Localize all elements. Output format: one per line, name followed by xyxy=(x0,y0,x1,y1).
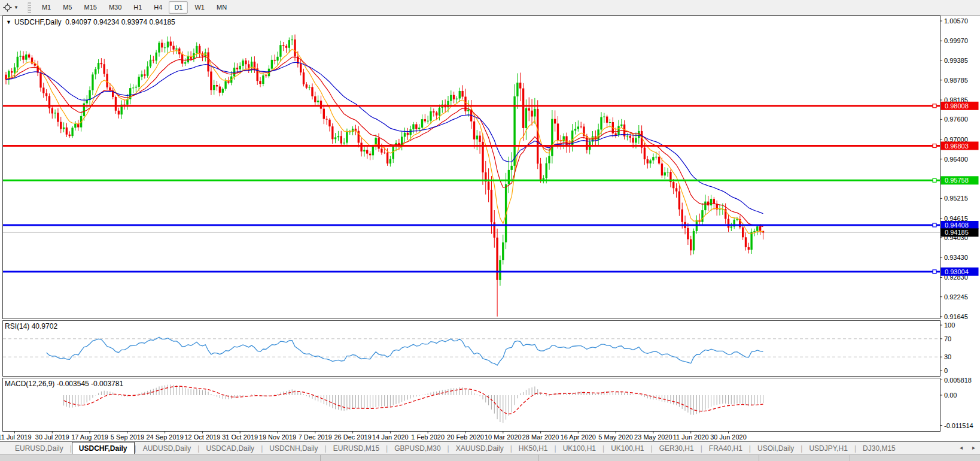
chart-title: ▼USDCHF,Daily 0.94097 0.94234 0.93974 0.… xyxy=(6,18,175,26)
tabs-scroll-right-icon[interactable]: ▸ xyxy=(972,444,975,451)
chart-area: 1.005700.999700.993850.987850.981850.976… xyxy=(0,16,980,441)
date-tick-label: 23 May 2020 xyxy=(634,433,672,441)
date-tick-label: 26 Dec 2019 xyxy=(334,433,371,441)
chart-canvas[interactable]: 1.005700.999700.993850.987850.981850.976… xyxy=(0,16,980,441)
date-tick-label: 11 Jul 2019 xyxy=(0,433,32,441)
price-tick-label: 0.93430 xyxy=(944,254,968,261)
price-tick-label: 0.98785 xyxy=(944,77,968,84)
timeframe-button-m30[interactable]: M30 xyxy=(104,1,127,14)
date-tick-label: 19 Nov 2019 xyxy=(259,433,296,441)
timeframe-button-m5[interactable]: M5 xyxy=(57,1,77,14)
chart-tab-usdchf-daily[interactable]: USDCHF,Daily xyxy=(72,442,135,454)
collapse-triangle-icon[interactable]: ▼ xyxy=(6,19,11,25)
timeframe-button-mn[interactable]: MN xyxy=(211,1,232,14)
rsi-indicator-label: RSI(14) 40.9702 xyxy=(5,322,57,330)
timeframe-button-d1[interactable]: D1 xyxy=(169,1,188,14)
date-tick-label: 5 May 2020 xyxy=(598,433,632,441)
chart-tab-fra40-h1[interactable]: FRA40,H1 xyxy=(702,442,749,454)
rsi-tick-label: 100 xyxy=(944,322,955,329)
timeframe-toolbar: ▼ M1M5M15M30H1H4D1W1MN xyxy=(0,0,980,16)
chart-tab-usoil-daily[interactable]: USOil,Daily xyxy=(751,442,801,454)
chart-tab-uk100-h1[interactable]: UK100,H1 xyxy=(604,442,650,454)
date-tick-label: 17 Aug 2019 xyxy=(71,433,108,441)
macd-tick-label: -0.011514 xyxy=(944,422,973,429)
date-tick-label: 28 Mar 2020 xyxy=(522,433,559,441)
price-badge-label: 0.98008 xyxy=(945,102,969,110)
crosshair-tool-button[interactable]: ▼ xyxy=(1,2,20,13)
macd-tick-label: 0.00 xyxy=(944,392,957,399)
chart-tabs: EURUSD,Daily|USDCHF,Daily|AUDUSD,Daily|U… xyxy=(8,442,902,454)
rsi-tick-label: 0 xyxy=(944,367,948,374)
date-tick-label: 30 Jun 2020 xyxy=(710,433,747,441)
date-tick-label: 12 Oct 2019 xyxy=(184,433,220,441)
tabs-scroll-left-icon[interactable]: ◂ xyxy=(960,444,963,451)
price-badge-label: 0.94408 xyxy=(945,222,969,229)
status-bar-divider xyxy=(538,455,539,461)
hline-handle[interactable] xyxy=(933,104,936,108)
date-tick-label: 5 Sep 2019 xyxy=(111,433,144,441)
hline-handle[interactable] xyxy=(933,270,936,274)
chart-tab-usdjpy-h1[interactable]: USDJPY,H1 xyxy=(802,442,854,454)
timeframe-button-h4[interactable]: H4 xyxy=(148,1,168,14)
hline-handle[interactable] xyxy=(933,144,936,148)
chart-tab-eurusd-daily[interactable]: EURUSD,Daily xyxy=(8,442,70,454)
price-tick-label: 0.99385 xyxy=(944,57,968,64)
date-tick-label: 14 Jan 2020 xyxy=(372,433,409,441)
timeframe-buttons: M1M5M15M30H1H4D1W1MN xyxy=(36,1,233,14)
date-tick-label: 16 Apr 2020 xyxy=(561,433,596,441)
chart-tab-eurusd-m15[interactable]: EURUSD,M15 xyxy=(327,442,386,454)
price-badge-label: 0.96803 xyxy=(945,142,969,150)
toolbar-grip[interactable] xyxy=(28,2,31,13)
price-badge-label: 0.94185 xyxy=(945,229,969,236)
status-bar-divider xyxy=(759,455,759,461)
date-tick-label: 7 Dec 2019 xyxy=(299,433,332,441)
date-tick-label: 11 Jun 2020 xyxy=(673,433,709,441)
chart-tab-uk100-h1[interactable]: UK100,H1 xyxy=(556,442,602,454)
date-tick-label: 20 Feb 2020 xyxy=(447,433,484,441)
price-tick-label: 1.00570 xyxy=(944,17,968,25)
chart-tab-audusd-daily[interactable]: AUDUSD,Daily xyxy=(136,442,198,454)
chevron-down-icon: ▼ xyxy=(14,5,19,10)
chart-tab-xauusd-daily[interactable]: XAUUSD,Daily xyxy=(449,442,510,454)
chart-tab-usdcad-daily[interactable]: USDCAD,Daily xyxy=(199,442,261,454)
timeframe-button-w1[interactable]: W1 xyxy=(189,1,210,14)
rsi-tick-label: 30 xyxy=(944,353,951,360)
price-tick-label: 0.91645 xyxy=(944,313,968,320)
timeframe-button-m15[interactable]: M15 xyxy=(78,1,102,14)
status-bar-divider xyxy=(850,455,850,461)
price-badge-label: 0.93004 xyxy=(945,268,969,275)
rsi-tick-label: 70 xyxy=(944,335,951,342)
macd-tick-label: 0.005818 xyxy=(944,377,972,384)
price-tick-label: 0.97600 xyxy=(944,116,968,123)
chart-tab-bar: EURUSD,Daily|USDCHF,Daily|AUDUSD,Daily|U… xyxy=(0,441,980,454)
date-tick-label: 30 Jul 2019 xyxy=(35,433,69,441)
price-tick-label: 0.96400 xyxy=(944,156,968,163)
trading-platform-window: ▼ M1M5M15M30H1H4D1W1MN 1.005700.999700.9… xyxy=(0,0,980,461)
price-tick-label: 0.94615 xyxy=(944,215,968,222)
hline-handle[interactable] xyxy=(933,223,936,227)
timeframe-button-m1[interactable]: M1 xyxy=(36,1,56,14)
timeframe-button-h1[interactable]: H1 xyxy=(128,1,147,14)
date-tick-label: 31 Oct 2019 xyxy=(222,433,258,441)
status-bar-divider xyxy=(320,455,321,461)
chart-tab-hk50-h1[interactable]: HK50,H1 xyxy=(512,442,555,454)
chart-tab-usdcnh-daily[interactable]: USDCNH,Daily xyxy=(263,442,324,454)
price-tick-label: 0.99970 xyxy=(944,37,968,44)
crosshair-icon xyxy=(3,3,12,12)
chart-tab-gbpusd-m30[interactable]: GBPUSD,M30 xyxy=(388,442,447,454)
price-badge-label: 0.95758 xyxy=(945,177,969,184)
price-tick-label: 0.92245 xyxy=(944,293,968,301)
macd-indicator-label: MACD(12,26,9) -0.003545 -0.003781 xyxy=(5,380,123,388)
chart-tab-ger30-h1[interactable]: GER30,H1 xyxy=(653,442,701,454)
status-bar xyxy=(0,454,980,461)
price-tick-label: 0.95215 xyxy=(944,195,968,202)
date-tick-label: 10 Mar 2020 xyxy=(485,433,522,441)
date-tick-label: 1 Feb 2020 xyxy=(411,433,445,441)
chart-title-text: USDCHF,Daily 0.94097 0.94234 0.93974 0.9… xyxy=(14,18,175,26)
date-tick-label: 24 Sep 2019 xyxy=(146,433,183,441)
hline-handle[interactable] xyxy=(933,178,936,182)
chart-tab-dj30-m15[interactable]: DJ30,M15 xyxy=(856,442,902,454)
